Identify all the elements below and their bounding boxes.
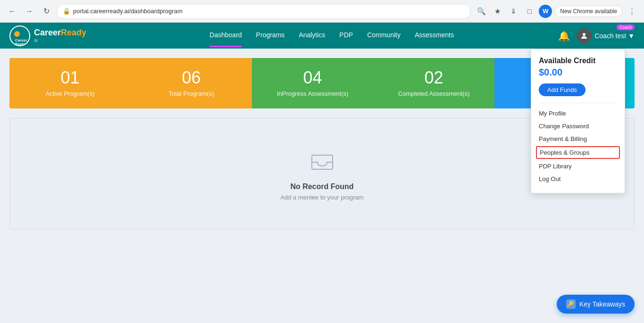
menu-pdp-library[interactable]: PDP Library (539, 160, 617, 173)
nav-dashboard[interactable]: Dashboard (209, 31, 242, 41)
svg-text:Ready: Ready (15, 42, 25, 45)
logo-text: CareerReady (34, 28, 86, 38)
dropdown-arrow-icon: ▼ (628, 32, 635, 40)
app-navbar: Career Ready CareerReady ai Dashboard Pr… (0, 23, 644, 49)
svg-point-4 (583, 33, 585, 36)
nav-analytics[interactable]: Analytics (299, 31, 325, 41)
browser-actions: 🔍 ★ ⇓ □ W New Chrome available ⋮ (475, 5, 638, 18)
coach-badge: Coach (617, 25, 635, 30)
stat-label-active: Active Program(s) (19, 90, 121, 97)
nav-community[interactable]: Community (367, 31, 401, 41)
stat-label-inprogress: InProgress Assessment(s) (261, 90, 364, 97)
user-avatar-icon (577, 28, 592, 43)
stat-number-inprogress: 04 (261, 69, 364, 86)
stat-card-active-programs: 01 Active Program(s) (9, 58, 131, 108)
nav-assessments[interactable]: Assessments (415, 31, 454, 41)
navbar-right: 🔔 Coach Coach test ▼ (558, 28, 635, 43)
credit-value: $0.00 (539, 67, 617, 78)
svg-text:Career: Career (15, 38, 27, 42)
bookmark-icon[interactable]: ★ (491, 5, 504, 18)
download-icon[interactable]: ⇓ (507, 5, 520, 18)
stat-label-completed: Completed Assessment(s) (383, 90, 485, 97)
stat-number-total: 06 (140, 69, 243, 86)
reload-button[interactable]: ↻ (40, 5, 53, 18)
menu-payment-billing[interactable]: Payment & Billing (539, 133, 617, 145)
lock-icon: 🔒 (63, 8, 70, 15)
user-profile-button[interactable]: Coach Coach test ▼ (577, 28, 635, 43)
stat-card-completed: 02 Completed Assessment(s) (373, 58, 494, 108)
nav-pdp[interactable]: PDP (339, 31, 353, 41)
user-name: Coach test (594, 32, 626, 40)
credit-title: Available Credit (539, 57, 617, 65)
search-icon[interactable]: 🔍 (475, 5, 488, 18)
split-screen-icon[interactable]: □ (523, 5, 536, 18)
dropdown-divider (539, 103, 617, 103)
no-record-title: No Record Found (290, 182, 353, 191)
back-button[interactable]: ← (6, 5, 19, 18)
stat-number-active: 01 (19, 69, 121, 86)
menu-change-password[interactable]: Change Password (539, 120, 617, 133)
logo-circle: Career Ready (9, 25, 30, 46)
no-record-subtitle: Add a mentee to your program (280, 194, 363, 201)
nav-links: Dashboard Programs Analytics PDP Communi… (105, 31, 558, 41)
logo-area: Career Ready CareerReady ai (9, 25, 86, 46)
user-dropdown-menu: Available Credit $0.00 Add Funds My Prof… (531, 49, 625, 193)
add-funds-button[interactable]: Add Funds (539, 83, 585, 96)
inbox-icon (308, 147, 336, 175)
svg-point-1 (14, 31, 20, 37)
url-text: portal.careerready.ai/dashboardprogram (73, 8, 183, 15)
menu-log-out[interactable]: Log Out (539, 173, 617, 185)
logo-sub: ai (34, 38, 86, 43)
key-takeaways-label: Key Takeaways (579, 300, 625, 308)
chrome-available-button[interactable]: New Chrome available (555, 6, 622, 17)
stat-card-inprogress: 04 InProgress Assessment(s) (252, 58, 373, 108)
key-takeaways-button[interactable]: 🔑 Key Takeaways (557, 295, 635, 314)
forward-button[interactable]: → (23, 5, 36, 18)
user-avatar: W (539, 5, 552, 18)
key-takeaways-icon: 🔑 (566, 299, 576, 309)
browser-chrome: ← → ↻ 🔒 portal.careerready.ai/dashboardp… (0, 0, 644, 23)
address-bar[interactable]: 🔒 portal.careerready.ai/dashboardprogram (57, 4, 471, 19)
stat-label-total: Total Program(s) (140, 90, 243, 97)
user-name-area: Coach Coach test ▼ (594, 32, 635, 40)
stat-card-total-programs: 06 Total Program(s) (131, 58, 252, 108)
menu-my-profile[interactable]: My Profile (539, 107, 617, 120)
nav-programs[interactable]: Programs (256, 31, 285, 41)
stat-number-completed: 02 (383, 69, 485, 86)
menu-peoples-groups[interactable]: Peoples & Groups (536, 146, 620, 159)
menu-icon[interactable]: ⋮ (625, 5, 638, 18)
bell-icon[interactable]: 🔔 (558, 30, 570, 41)
